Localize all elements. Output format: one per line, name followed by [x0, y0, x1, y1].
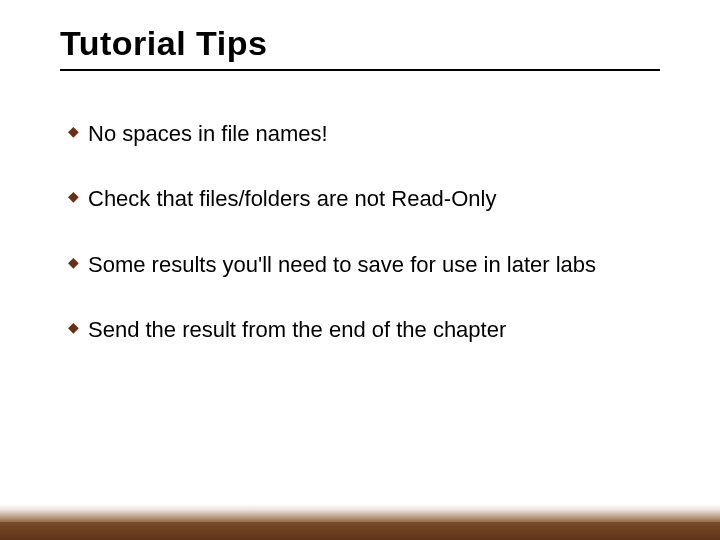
- slide: Tutorial Tips ◆ No spaces in file names!…: [0, 0, 720, 540]
- diamond-bullet-icon: ◆: [68, 251, 88, 275]
- diamond-bullet-icon: ◆: [68, 185, 88, 209]
- title-underline: [60, 69, 660, 71]
- footer-bar: [0, 522, 720, 540]
- diamond-bullet-icon: ◆: [68, 316, 88, 340]
- title-block: Tutorial Tips: [60, 24, 660, 71]
- list-item: ◆ Some results you'll need to save for u…: [68, 246, 658, 283]
- list-item: ◆ No spaces in file names!: [68, 115, 658, 152]
- slide-title: Tutorial Tips: [60, 24, 660, 63]
- list-item: ◆ Send the result from the end of the ch…: [68, 311, 658, 348]
- diamond-bullet-icon: ◆: [68, 120, 88, 144]
- list-item-text: No spaces in file names!: [88, 115, 658, 152]
- footer-gradient: [0, 504, 720, 540]
- list-item-text: Send the result from the end of the chap…: [88, 311, 658, 348]
- bullet-list: ◆ No spaces in file names! ◆ Check that …: [68, 115, 658, 377]
- list-item: ◆ Check that files/folders are not Read-…: [68, 180, 658, 217]
- list-item-text: Check that files/folders are not Read-On…: [88, 180, 658, 217]
- list-item-text: Some results you'll need to save for use…: [88, 246, 658, 283]
